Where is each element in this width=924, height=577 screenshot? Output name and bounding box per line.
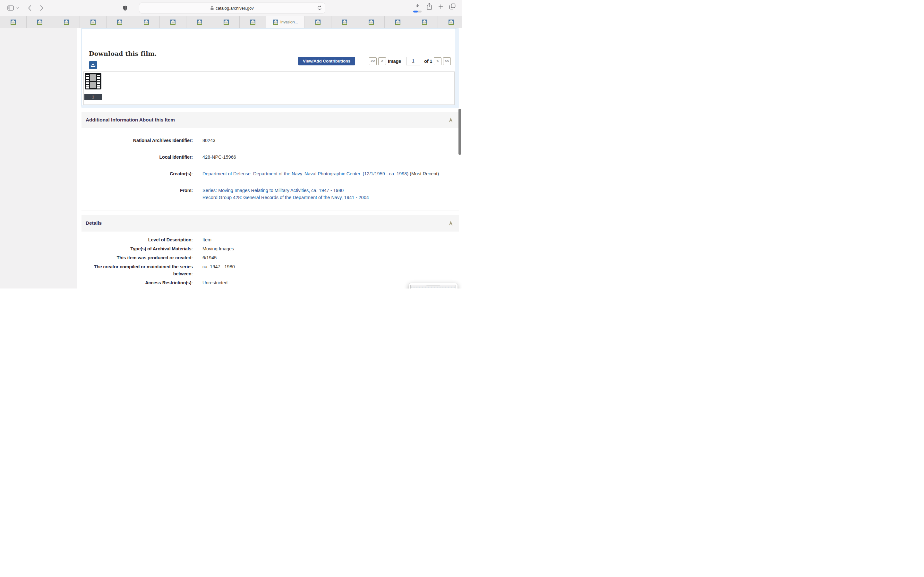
archives-favicon [449, 19, 454, 25]
shield-icon[interactable] [123, 5, 128, 11]
forward-button[interactable] [40, 5, 43, 11]
field-value: Unrestricted [202, 279, 228, 286]
archives-favicon [11, 19, 16, 25]
archives-favicon [315, 19, 320, 25]
field-row: Creator(s):Department of Defense. Depart… [81, 165, 459, 182]
screenshot-preview-thumbnail[interactable]: NATIONAL ARCHIVES CATALOGMENU ARCHIVES.G… [409, 283, 457, 288]
archives-favicon [37, 19, 42, 25]
thumbnail-number-badge: 1 [84, 94, 102, 100]
collapse-chevron-icon[interactable] [449, 221, 453, 226]
field-label: Local Identifier: [81, 153, 202, 161]
tab-title: Invasion... [280, 20, 298, 24]
section: Additional Information About this ItemNa… [81, 112, 459, 211]
film-strip-icon [84, 85, 102, 91]
section-header[interactable]: Additional Information About this Item [81, 112, 459, 128]
tab[interactable] [305, 16, 331, 28]
url-text: catalog.archives.gov [216, 6, 254, 11]
pager-next-button[interactable]: > [434, 57, 441, 65]
field-label: Creator(s): [81, 170, 202, 177]
field-value: Item [202, 236, 212, 243]
tab[interactable] [384, 16, 411, 28]
field-value: Series: Moving Images Relating to Milita… [202, 187, 369, 201]
tab[interactable] [80, 16, 107, 28]
field-label: National Archives Identifier: [81, 137, 202, 144]
field-value: Moving Images [202, 245, 234, 252]
tab[interactable] [331, 16, 358, 28]
section-body: National Archives Identifier:80243Local … [81, 128, 459, 211]
tab[interactable] [358, 16, 384, 28]
thumbnail-strip: 1 [83, 71, 455, 105]
item-sections: Additional Information About this ItemNa… [81, 112, 459, 288]
download-progress-bar [413, 11, 422, 13]
reload-icon[interactable] [317, 5, 322, 10]
tab-active[interactable]: Invasion... [266, 16, 305, 28]
field-value: 428-NPC-15966 [202, 153, 236, 161]
pager-last-button[interactable]: >> [443, 57, 451, 65]
sidebar-toggle-icon[interactable] [7, 5, 14, 11]
archives-favicon [197, 19, 202, 25]
tab[interactable] [438, 16, 462, 28]
tab[interactable] [53, 16, 80, 28]
section-body: Level of Description:ItemType(s) of Arch… [81, 231, 459, 288]
field-text: Moving Images [202, 246, 234, 251]
field-row: National Archives Identifier:80243 [81, 132, 459, 149]
field-link[interactable]: Series: Moving Images Relating to Milita… [202, 188, 344, 193]
tab[interactable] [160, 16, 186, 28]
download-film-button[interactable] [89, 61, 97, 69]
pager-prev-button[interactable]: < [378, 57, 386, 65]
image-number-input[interactable] [406, 57, 420, 65]
field-row: The creator compiled or maintained the s… [81, 262, 459, 278]
field-text: Item [202, 237, 212, 242]
section-title: Additional Information About this Item [86, 117, 175, 123]
tab-bar: Invasion... [0, 16, 462, 28]
archives-favicon [90, 19, 95, 25]
archives-favicon [224, 19, 229, 25]
field-row: This item was produced or created:6/1945 [81, 253, 459, 262]
archives-favicon [368, 19, 374, 25]
archives-favicon [170, 19, 176, 25]
tab[interactable] [240, 16, 266, 28]
browser-toolbar: catalog.archives.gov [0, 0, 462, 16]
section-header[interactable]: Details [81, 215, 459, 231]
tab[interactable] [133, 16, 160, 28]
field-label: Access Restriction(s): [81, 279, 202, 286]
view-add-contributions-button[interactable]: View/Add Contributions [298, 57, 355, 65]
pager-first-button[interactable]: << [369, 57, 376, 65]
field-value: ca. 1947 - 1980 [202, 263, 235, 277]
left-gutter [0, 28, 77, 288]
sidebar-chevron-icon[interactable] [16, 7, 19, 9]
collapse-chevron-icon[interactable] [449, 117, 453, 122]
field-label: The creator compiled or maintained the s… [81, 263, 202, 277]
download-icon [90, 62, 95, 68]
field-value: Department of Defense. Department of the… [202, 170, 439, 177]
archives-favicon [144, 19, 149, 25]
section: DetailsLevel of Description:ItemType(s) … [81, 215, 459, 288]
tab-overview-icon[interactable] [449, 3, 456, 10]
field-label: From: [81, 187, 202, 201]
pager-of-label: of 1 [424, 59, 432, 64]
tab[interactable] [107, 16, 133, 28]
field-text: ca. 1947 - 1980 [202, 264, 235, 269]
field-row: Local Identifier:428-NPC-15966 [81, 149, 459, 165]
archives-favicon [273, 19, 278, 25]
field-link[interactable]: Department of Defense. Department of the… [202, 171, 409, 176]
tab[interactable] [0, 16, 27, 28]
image-pager: << < Image of 1 > >> [367, 57, 451, 65]
download-heading: Download this film. [89, 50, 157, 57]
new-tab-icon[interactable] [438, 4, 443, 9]
scrollbar-thumb[interactable] [459, 109, 461, 155]
downloads-button[interactable] [413, 3, 422, 13]
tab[interactable] [213, 16, 240, 28]
field-link[interactable]: Record Group 428: General Records of the… [202, 195, 369, 200]
archives-favicon [422, 19, 427, 25]
share-icon[interactable] [426, 3, 432, 10]
url-bar[interactable]: catalog.archives.gov [139, 3, 325, 13]
back-button[interactable] [28, 5, 31, 11]
field-text: 80243 [202, 138, 215, 143]
field-value: 80243 [202, 137, 215, 144]
tab[interactable] [411, 16, 438, 28]
field-label: Level of Description: [81, 236, 202, 243]
tab[interactable] [186, 16, 213, 28]
film-thumbnail[interactable]: 1 [84, 73, 102, 100]
tab[interactable] [27, 16, 53, 28]
